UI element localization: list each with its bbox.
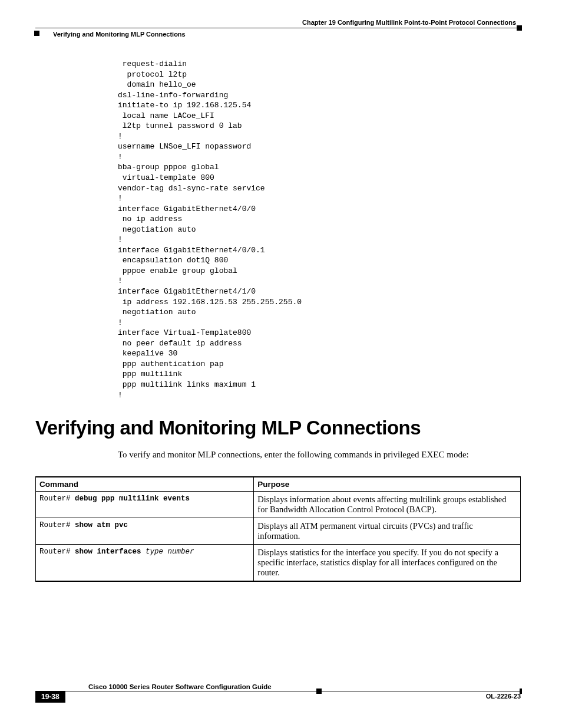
col-header-command: Command	[36, 477, 254, 492]
table-row: Router# debug ppp multilink events Displ…	[36, 492, 521, 518]
purpose-cell: Displays all ATM permanent virtual circu…	[254, 518, 521, 545]
command-table: Command Purpose Router# debug ppp multil…	[35, 476, 521, 582]
guide-title: Cisco 10000 Series Router Software Confi…	[35, 683, 521, 690]
section-intro: To verify and monitor MLP connections, e…	[118, 450, 521, 460]
config-code-block: request-dialin protocol l2tp domain hell…	[118, 59, 521, 400]
footer-rule: 19-38 OL-2226-23	[35, 691, 521, 703]
command-cell: Router# debug ppp multilink events	[36, 492, 254, 518]
col-header-purpose: Purpose	[254, 477, 521, 492]
purpose-cell: Displays statistics for the interface yo…	[254, 545, 521, 582]
footer-square-right	[520, 689, 522, 694]
document-id: OL-2226-23	[486, 693, 521, 700]
section-reference: Verifying and Monitoring MLP Connections	[35, 31, 521, 38]
header-square-left	[34, 31, 39, 36]
section-heading: Verifying and Monitoring MLP Connections	[35, 417, 521, 439]
table-row: Router# show atm pvc Displays all ATM pe…	[36, 518, 521, 545]
purpose-cell: Displays information about events affect…	[254, 492, 521, 518]
header-rule-top	[35, 28, 521, 28]
page-footer: Cisco 10000 Series Router Software Confi…	[35, 683, 521, 703]
footer-square-mid	[316, 689, 322, 694]
command-cell: Router# show atm pvc	[36, 518, 254, 545]
table-row: Router# show interfaces type number Disp…	[36, 545, 521, 582]
header-square-right	[517, 25, 522, 31]
command-cell: Router# show interfaces type number	[36, 545, 254, 582]
page-number: 19-38	[35, 691, 65, 703]
chapter-reference: Chapter 19 Configuring Multilink Point-t…	[35, 19, 521, 26]
